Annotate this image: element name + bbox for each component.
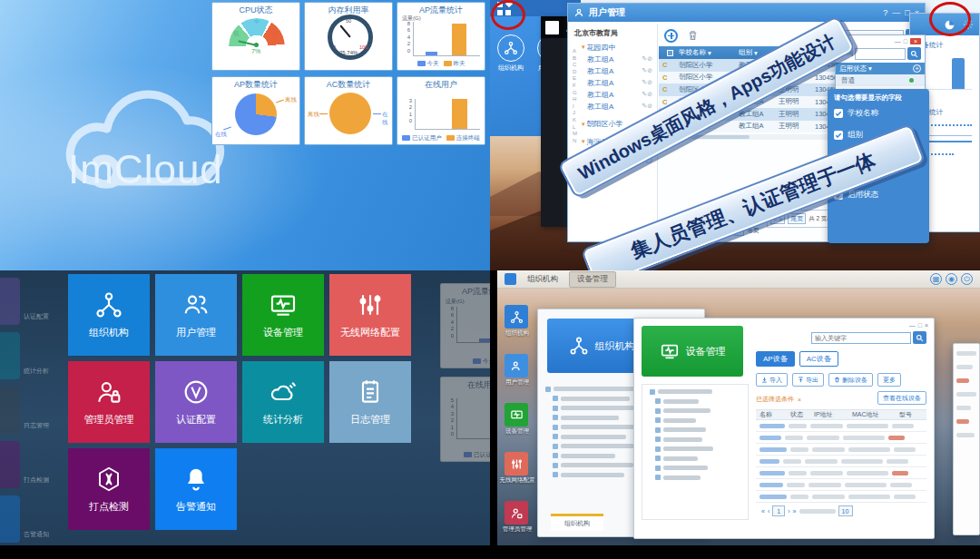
- tab-org[interactable]: 组织机构: [520, 272, 565, 287]
- blurred-device-row[interactable]: [756, 479, 926, 491]
- column-school[interactable]: 学校名称▾: [675, 48, 735, 57]
- page-number[interactable]: 1: [772, 505, 785, 516]
- tile-wireless-config[interactable]: 无线网络配置: [329, 274, 411, 356]
- blurred-device-row[interactable]: [756, 444, 926, 456]
- pie-label-offline: 离线: [285, 96, 297, 104]
- device-search-input[interactable]: [811, 332, 911, 344]
- online-users-card: 在线用户 3 2 1 0 已认证用户 连接终端: [397, 76, 485, 145]
- export-button[interactable]: 导出: [792, 373, 824, 387]
- view-online-devices-button[interactable]: 查看在线设备: [877, 391, 926, 405]
- blurred-device-row[interactable]: [756, 432, 926, 444]
- stats-icon[interactable]: ▦: [930, 273, 942, 285]
- status-column-header[interactable]: 启用状态▾ +: [836, 63, 925, 74]
- tile-devices[interactable]: 设备管理: [242, 274, 324, 356]
- maximize-button[interactable]: □: [904, 38, 907, 44]
- field-option[interactable]: 学校名称: [834, 108, 923, 119]
- tree-item[interactable]: 教工组A✎⊘: [571, 100, 657, 112]
- tile-auth-config[interactable]: 认证配置: [155, 361, 237, 443]
- sidebar-item-admins[interactable]: [505, 501, 528, 525]
- edit-disable-icons[interactable]: ✎⊘: [642, 103, 652, 110]
- tree-item[interactable]: [650, 389, 740, 395]
- page-size-input[interactable]: 10: [838, 505, 853, 516]
- maximize-button[interactable]: □: [918, 322, 922, 329]
- blurred-device-row[interactable]: [756, 467, 926, 479]
- import-button[interactable]: 导入: [756, 373, 788, 387]
- tree-item[interactable]: [655, 436, 740, 442]
- edit-disable-icons[interactable]: ✎⊘: [642, 91, 652, 98]
- app-icon-label: 组织机构: [498, 64, 524, 73]
- tab-ac-devices[interactable]: AC设备: [799, 351, 838, 367]
- edit-disable-icons[interactable]: ✎⊘: [642, 55, 652, 63]
- blurred-device-row[interactable]: [756, 456, 926, 467]
- bell-icon: [181, 465, 211, 494]
- device-search-button[interactable]: [913, 331, 926, 344]
- start-tiles-icon[interactable]: [545, 21, 559, 34]
- edit-disable-icons[interactable]: ✎⊘: [642, 79, 652, 86]
- tree-item[interactable]: [655, 466, 740, 471]
- blurred-device-row[interactable]: [756, 491, 926, 503]
- alphabet-index[interactable]: A B C D E F G H I J K L M N: [573, 48, 577, 144]
- sidebar-item-wireless[interactable]: [505, 452, 528, 476]
- add-column-icon[interactable]: +: [913, 64, 921, 73]
- first-page-button[interactable]: «: [761, 508, 765, 515]
- tree-item[interactable]: 教工组A✎⊘: [571, 88, 657, 100]
- tile-logs[interactable]: 日志管理: [329, 361, 411, 443]
- tree-item[interactable]: 教工组A✎⊘: [571, 76, 657, 88]
- sidebar-item-users[interactable]: [505, 354, 528, 378]
- tree-item[interactable]: 教工组A✎⊘: [571, 64, 657, 76]
- tile-admins[interactable]: 管理员管理: [68, 361, 150, 443]
- tile-users[interactable]: 用户管理: [155, 274, 237, 356]
- tab-ap-devices[interactable]: AP设备: [756, 351, 795, 367]
- sidebar-item-org[interactable]: [505, 305, 528, 329]
- tree-item[interactable]: [655, 417, 740, 423]
- tile-alerts[interactable]: 告警通知: [155, 448, 237, 530]
- minimize-button[interactable]: —: [895, 38, 901, 44]
- prev-page-button[interactable]: ‹: [768, 508, 769, 515]
- tree-item[interactable]: 教工组A✎⊘: [571, 53, 657, 64]
- help-button[interactable]: ?: [883, 8, 887, 17]
- select-all-checkbox[interactable]: [667, 50, 673, 56]
- tree-item[interactable]: [655, 456, 740, 461]
- filter-close-icon[interactable]: ×: [798, 397, 801, 403]
- tree-item[interactable]: [655, 427, 740, 433]
- bottom-tab-org[interactable]: 组织机构: [551, 514, 603, 531]
- app-icon-org[interactable]: 组织机构: [497, 34, 524, 73]
- blurred-device-row[interactable]: [756, 420, 926, 432]
- ap-count-card: AP数量统计 离线 在线: [211, 76, 300, 145]
- more-button[interactable]: 更多: [877, 373, 901, 387]
- checkbox-checked-icon[interactable]: [834, 109, 843, 118]
- tree-item[interactable]: [655, 408, 740, 414]
- delete-trash-icon[interactable]: [687, 29, 699, 42]
- tab-devices[interactable]: 设备管理: [569, 271, 616, 288]
- minimize-button[interactable]: —: [909, 322, 916, 329]
- query-input[interactable]: [855, 48, 906, 60]
- tile-label: 打点检测: [89, 500, 129, 514]
- checkbox-checked-icon[interactable]: [834, 131, 843, 140]
- edit-disable-icons[interactable]: ✎⊘: [642, 67, 652, 74]
- tile-stats[interactable]: 统计分析: [242, 361, 324, 443]
- next-page-button[interactable]: ›: [788, 508, 789, 515]
- last-page-button[interactable]: »: [793, 508, 797, 515]
- device-stats-chart: [917, 54, 972, 90]
- sidebar-item-devices[interactable]: [505, 403, 528, 427]
- query-search-button[interactable]: [907, 47, 921, 60]
- tree-item[interactable]: [655, 475, 740, 480]
- close-button[interactable]: ×: [925, 322, 928, 329]
- last-page-button[interactable]: 尾页: [788, 213, 806, 224]
- org-root[interactable]: 北京市教育局: [571, 25, 657, 40]
- minimize-button[interactable]: —: [892, 8, 900, 17]
- window-titlebar[interactable]: 用户管理 ? — □ ×: [568, 4, 925, 22]
- tree-item[interactable]: [655, 398, 740, 404]
- tree-item[interactable]: [655, 446, 740, 452]
- tile-org[interactable]: 组织机构: [68, 274, 150, 356]
- query-row[interactable]: 普通: [836, 74, 925, 86]
- device-panel-header[interactable]: 设备管理: [642, 326, 743, 377]
- delete-devices-button[interactable]: 删除设备: [828, 373, 873, 387]
- close-button[interactable]: ×: [910, 38, 921, 44]
- power-icon[interactable]: ⏻: [961, 273, 973, 285]
- add-user-button[interactable]: [664, 29, 678, 43]
- user-icon[interactable]: ◉: [946, 273, 957, 285]
- tile-probe[interactable]: 打点检测: [68, 448, 150, 530]
- tree-group[interactable]: ▾花园四中: [571, 40, 657, 53]
- callout-line: [319, 113, 328, 114]
